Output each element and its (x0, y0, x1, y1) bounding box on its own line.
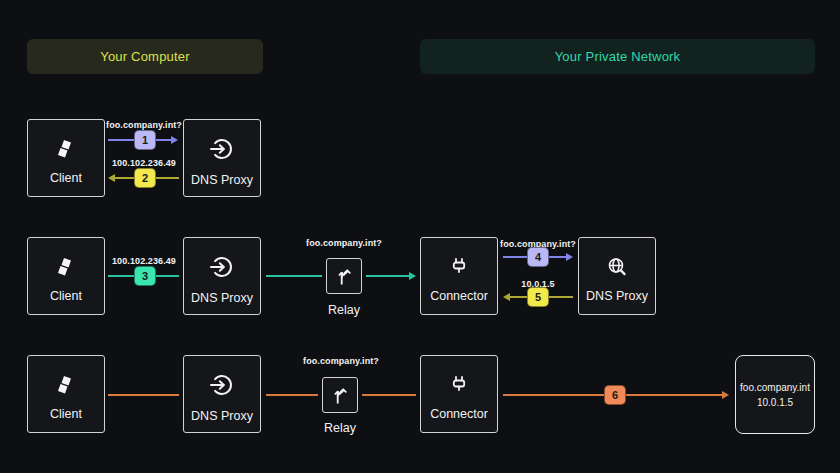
client-node-row2: Client (27, 237, 105, 315)
plug-icon (447, 373, 471, 397)
row3-relay-query-label: foo.company.int? (291, 356, 391, 366)
login-arrow-icon (208, 135, 236, 163)
relay-label-row2: Relay (314, 303, 374, 317)
plug-icon (447, 255, 471, 279)
step5-badge: 5 (527, 287, 549, 307)
your-private-network-header: Your Private Network (420, 39, 815, 74)
login-arrow-icon (208, 371, 236, 399)
client-icon (54, 373, 78, 397)
client-label: Client (50, 289, 82, 303)
dns-proxy-label: DNS Proxy (586, 289, 648, 303)
step4-badge: 4 (527, 247, 549, 267)
your-computer-header: Your Computer (27, 39, 263, 74)
globe-search-icon (605, 255, 629, 279)
row2-relay-query-label: foo.company.int? (294, 238, 394, 248)
client-icon (54, 255, 78, 279)
step1-badge: 1 (134, 130, 156, 150)
resolved-host-node: foo.company.int 10.0.1.5 (735, 355, 815, 434)
step6-badge: 6 (604, 385, 626, 405)
relay-node-row2 (326, 258, 362, 294)
dns-proxy-node-row3: DNS Proxy (183, 355, 261, 433)
dns-flow-diagram: Your Computer Your Private Network Clien… (0, 0, 840, 473)
branch-arrows-icon (329, 384, 351, 406)
row3-client-to-dns-line (108, 394, 179, 396)
client-icon (54, 137, 78, 161)
dns-proxy-label: DNS Proxy (191, 291, 253, 305)
step1-arrowhead-right (171, 136, 178, 144)
client-node-row1: Client (27, 119, 105, 197)
row3-relay-to-connector-line (362, 394, 416, 396)
client-label: Client (50, 407, 82, 421)
step5-arrowhead-left (503, 293, 510, 301)
branch-arrows-icon (333, 265, 355, 287)
client-label: Client (50, 171, 82, 185)
step2-arrowhead-left (108, 174, 115, 182)
row2-dns-to-relay-line (266, 275, 322, 277)
row2-teal-arrowhead (409, 272, 416, 280)
resolved-ip: 10.0.1.5 (757, 397, 793, 408)
row2-relay-to-connector-line (366, 275, 409, 277)
step3-badge: 3 (134, 266, 156, 286)
relay-label-row3: Relay (310, 421, 370, 435)
step4-arrowhead-right (566, 253, 573, 261)
dns-proxy-label: DNS Proxy (191, 173, 253, 187)
connector-label: Connector (430, 289, 488, 303)
client-node-row3: Client (27, 355, 105, 433)
dns-proxy-node-row2: DNS Proxy (183, 237, 261, 315)
connector-label: Connector (430, 407, 488, 421)
step6-line-right (626, 394, 722, 396)
step2-badge: 2 (134, 168, 156, 188)
dns-proxy-node-row1: DNS Proxy (183, 119, 261, 197)
step2-answer-label: 100.102.236.49 (104, 158, 184, 168)
step6-line-left (503, 394, 604, 396)
step3-answer-label: 100.102.236.49 (104, 256, 184, 266)
resolved-hostname: foo.company.int (740, 382, 810, 393)
step6-arrowhead-right (722, 391, 729, 399)
row3-dns-to-relay-line (266, 394, 318, 396)
private-dns-proxy-node: DNS Proxy (578, 237, 656, 315)
relay-node-row3 (322, 377, 358, 413)
dns-proxy-label: DNS Proxy (191, 409, 253, 423)
connector-node-row3: Connector (420, 355, 498, 433)
connector-node-row2: Connector (420, 237, 498, 315)
login-arrow-icon (208, 253, 236, 281)
step1-query-label: foo.company.int? (104, 120, 184, 130)
